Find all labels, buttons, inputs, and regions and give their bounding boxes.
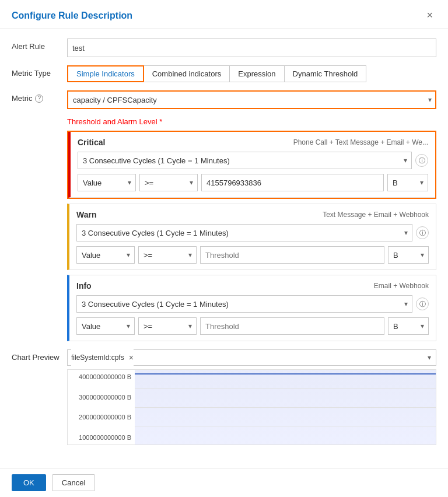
- info-unit-wrapper: B ▾: [388, 317, 429, 335]
- info-alarm-block: Info Email + Webhook 3 Consecutive Cycle…: [67, 275, 436, 341]
- info-operator-select[interactable]: >=: [138, 317, 197, 335]
- chart-y-labels: 4000000000000 B 3000000000000 B 20000000…: [68, 370, 135, 444]
- warn-unit-wrapper: B ▾: [388, 246, 429, 264]
- y-label-2000: 2000000000000 B: [68, 414, 131, 421]
- tab-combined-indicators[interactable]: Combined indicators: [144, 65, 230, 82]
- warn-alarm-header: Warn Text Message + Email + Webhook: [76, 210, 429, 219]
- metric-type-row: Metric Type Simple Indicators Combined i…: [12, 65, 436, 82]
- critical-alarm-name: Critical: [78, 138, 105, 147]
- critical-operator-select[interactable]: >=: [139, 174, 198, 191]
- warn-unit-select[interactable]: B: [388, 246, 429, 264]
- warn-value-type-select[interactable]: Value: [76, 246, 135, 264]
- info-threshold-input[interactable]: [200, 317, 384, 335]
- info-alarm-notifications: Email + Webhook: [374, 282, 429, 290]
- info-alarm-header: Info Email + Webhook: [76, 281, 429, 290]
- critical-cycle-select[interactable]: 3 Consecutive Cycles (1 Cycle = 1 Minute…: [78, 152, 412, 169]
- chart-filter-tag: fileSystemId:cpfs ×: [71, 349, 134, 366]
- chart-plot: [135, 370, 436, 444]
- info-cycle-select-wrapper: 3 Consecutive Cycles (1 Cycle = 1 Minute…: [76, 295, 412, 313]
- y-label-4000: 4000000000000 B: [68, 373, 131, 380]
- info-alarm-name: Info: [76, 281, 92, 290]
- configure-rule-dialog: Configure Rule Description × Alert Rule …: [0, 0, 448, 497]
- critical-alarm-wrapper: Critical Phone Call + Text Message + Ema…: [67, 131, 436, 199]
- critical-alarm-notifications: Phone Call + Text Message + Email + We..…: [293, 138, 428, 146]
- info-cycle-row: 3 Consecutive Cycles (1 Cycle = 1 Minute…: [76, 295, 429, 313]
- info-cycle-select[interactable]: 3 Consecutive Cycles (1 Cycle = 1 Minute…: [76, 295, 412, 313]
- info-value-type-wrapper: Value ▾: [76, 317, 135, 335]
- metric-help-icon[interactable]: ?: [35, 94, 43, 103]
- warn-value-row: Value ▾ >= ▾ B: [76, 246, 429, 264]
- warn-cycle-select-wrapper: 3 Consecutive Cycles (1 Cycle = 1 Minute…: [76, 224, 412, 242]
- critical-unit-select[interactable]: B: [387, 174, 428, 191]
- info-operator-wrapper: >= ▾: [138, 317, 197, 335]
- threshold-alarm-container: Threshold and Alarm Level * Critical Pho…: [67, 117, 436, 341]
- alert-rule-input[interactable]: [67, 38, 436, 57]
- chart-filter-row: fileSystemId:cpfs × ▾: [67, 349, 436, 366]
- dialog-header: Configure Rule Description ×: [0, 0, 448, 29]
- ok-button[interactable]: OK: [12, 474, 46, 491]
- dialog-title: Configure Rule Description: [12, 10, 132, 21]
- metric-select-wrapper: capacity / CPFSCapacity ▾: [67, 90, 436, 109]
- info-value-row: Value ▾ >= ▾ B: [76, 317, 429, 335]
- warn-cycle-row: 3 Consecutive Cycles (1 Cycle = 1 Minute…: [76, 224, 429, 242]
- chart-filter-tag-remove[interactable]: ×: [129, 353, 134, 362]
- warn-value-type-wrapper: Value ▾: [76, 246, 135, 264]
- info-info-icon[interactable]: ⓘ: [416, 298, 429, 310]
- critical-unit-wrapper: B ▾: [387, 174, 428, 191]
- required-marker: *: [158, 117, 163, 126]
- info-unit-select[interactable]: B: [388, 317, 429, 335]
- threshold-section-label: Threshold and Alarm Level *: [67, 117, 436, 126]
- close-button[interactable]: ×: [423, 8, 436, 23]
- chart-preview-label: Chart Preview: [12, 349, 67, 362]
- chart-area: 4000000000000 B 3000000000000 B 20000000…: [67, 369, 436, 445]
- chart-grid-line-2: [135, 407, 436, 408]
- metric-label: Metric ?: [12, 90, 67, 103]
- critical-value-row: Value ▾ >= ▾: [78, 174, 428, 191]
- critical-operator-wrapper: >= ▾: [139, 174, 198, 191]
- chart-preview-control: fileSystemId:cpfs × ▾ 4000000000000 B 30…: [67, 349, 436, 445]
- chart-preview-row: Chart Preview fileSystemId:cpfs × ▾ 4000…: [12, 349, 436, 445]
- metric-type-tabs: Simple Indicators Combined indicators Ex…: [67, 65, 436, 82]
- form-body: Alert Rule Metric Type Simple Indicators…: [0, 29, 448, 463]
- warn-alarm-notifications: Text Message + Email + Webhook: [323, 211, 429, 219]
- threshold-alarm-row: Threshold and Alarm Level * Critical Pho…: [12, 117, 436, 341]
- y-label-1000: 1000000000000 B: [68, 434, 131, 441]
- chart-grid-line-3: [135, 426, 436, 426]
- metric-control: capacity / CPFSCapacity ▾: [67, 90, 436, 109]
- critical-info-icon[interactable]: ⓘ: [415, 154, 428, 167]
- critical-cycle-row: 3 Consecutive Cycles (1 Cycle = 1 Minute…: [78, 152, 428, 169]
- alert-rule-label: Alert Rule: [12, 38, 67, 51]
- metric-select[interactable]: capacity / CPFSCapacity: [67, 90, 436, 109]
- critical-alarm-block: Critical Phone Call + Text Message + Ema…: [68, 132, 435, 198]
- critical-value-type-wrapper: Value ▾: [78, 174, 136, 191]
- metric-row: Metric ? capacity / CPFSCapacity ▾: [12, 90, 436, 109]
- warn-operator-select[interactable]: >=: [138, 246, 197, 264]
- critical-cycle-select-wrapper: 3 Consecutive Cycles (1 Cycle = 1 Minute…: [78, 152, 412, 169]
- chart-filter-tag-text: fileSystemId:cpfs: [71, 354, 124, 362]
- chart-filter-dropdown-arrow: ▾: [428, 354, 431, 362]
- chart-grid-line-1: [135, 388, 436, 389]
- cancel-button[interactable]: Cancel: [52, 474, 95, 491]
- alert-rule-control: [67, 38, 436, 57]
- tab-dynamic-threshold[interactable]: Dynamic Threshold: [284, 65, 367, 82]
- tab-simple-indicators[interactable]: Simple Indicators: [67, 65, 144, 82]
- warn-alarm-name: Warn: [76, 210, 96, 219]
- warn-alarm-block: Warn Text Message + Email + Webhook 3 Co…: [67, 204, 436, 270]
- y-label-3000: 3000000000000 B: [68, 394, 131, 401]
- dialog-footer: OK Cancel: [0, 468, 448, 497]
- chart-data-line: [135, 373, 436, 374]
- info-value-type-select[interactable]: Value: [76, 317, 135, 335]
- critical-threshold-input[interactable]: [201, 174, 384, 191]
- warn-info-icon[interactable]: ⓘ: [416, 226, 429, 239]
- alert-rule-row: Alert Rule: [12, 38, 436, 57]
- warn-operator-wrapper: >= ▾: [138, 246, 197, 264]
- chart-filter-wrapper: fileSystemId:cpfs × ▾: [67, 349, 436, 366]
- critical-value-type-select[interactable]: Value: [78, 174, 136, 191]
- tab-expression[interactable]: Expression: [229, 65, 284, 82]
- critical-alarm-header: Critical Phone Call + Text Message + Ema…: [78, 138, 428, 147]
- warn-cycle-select[interactable]: 3 Consecutive Cycles (1 Cycle = 1 Minute…: [76, 224, 412, 242]
- warn-threshold-input[interactable]: [200, 246, 384, 264]
- metric-type-label: Metric Type: [12, 65, 67, 78]
